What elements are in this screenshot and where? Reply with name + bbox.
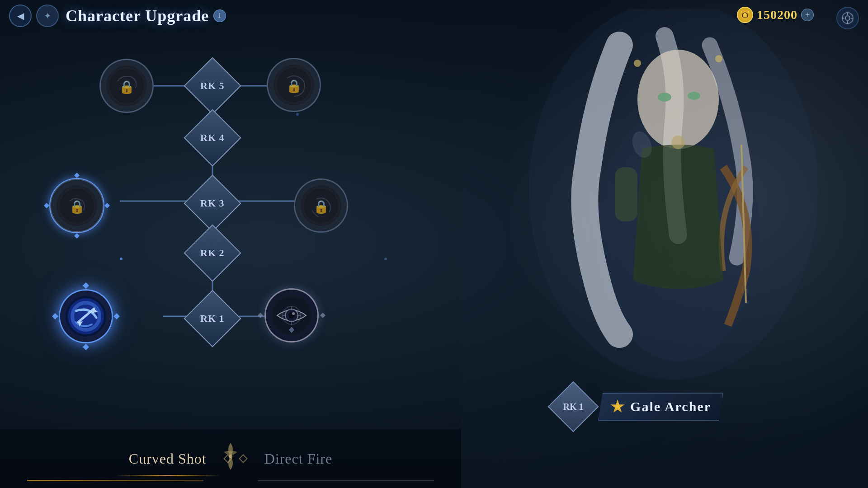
info-symbol: i xyxy=(219,12,221,19)
particle-3 xyxy=(384,258,387,260)
skill-top-right[interactable]: 🔒 xyxy=(267,58,321,112)
svg-point-2 xyxy=(637,50,719,149)
currency-symbol: ⬡ xyxy=(742,11,748,19)
rank-rk3: RK 3 xyxy=(184,174,241,232)
top-deco xyxy=(74,173,80,178)
tab-direct-fire[interactable]: Direct Fire xyxy=(251,446,346,472)
svg-text:🔒: 🔒 xyxy=(286,79,302,94)
particle-1 xyxy=(120,258,123,260)
skill-direct-fire[interactable] xyxy=(264,288,319,343)
curved-shot-bg xyxy=(66,296,106,337)
char-rank-label: RK 1 xyxy=(563,402,584,412)
right-mid-bg: 🔒 xyxy=(301,185,341,226)
page-title: Character Upgrade xyxy=(66,6,209,25)
rank-info: RK 1 xyxy=(555,389,591,425)
particle-2 xyxy=(296,113,299,116)
skill-left-mid[interactable]: 🔒 xyxy=(50,178,104,233)
node-deco-left xyxy=(52,313,58,319)
svg-point-7 xyxy=(671,136,685,149)
rank-rk1[interactable]: RK 1 xyxy=(184,290,241,347)
direct-fire-label: Direct Fire xyxy=(264,450,333,467)
currency-add-button[interactable]: + xyxy=(801,9,814,21)
right-deco xyxy=(104,203,110,208)
node-deco-right xyxy=(113,313,120,319)
character-rank-display: RK 1 Gale Archer xyxy=(555,389,723,425)
character-svg xyxy=(506,9,845,438)
top-left-bg: 🔒 xyxy=(106,66,147,106)
rk4-label: RK 4 xyxy=(200,132,225,144)
skill-top-left[interactable]: 🔒 xyxy=(99,59,154,113)
curved-shot-icon xyxy=(67,297,105,336)
locked-icon-top-right: 🔒 xyxy=(276,67,312,103)
svg-rect-6 xyxy=(615,167,637,221)
eye-icon xyxy=(273,296,311,335)
bottom-deco xyxy=(74,233,80,239)
tab-bar-active xyxy=(27,480,203,481)
currency-display: ⬡ 150200 + xyxy=(737,7,814,23)
locked-icon-top-left: 🔒 xyxy=(108,68,145,104)
ornament-svg xyxy=(219,443,242,470)
rank-rk4: RK 4 xyxy=(184,109,241,166)
tab-bar-inactive xyxy=(258,480,434,481)
rk3-label: RK 3 xyxy=(200,197,225,209)
nav-center-ornament xyxy=(219,443,242,470)
locked-icon-right-mid: 🔒 xyxy=(303,188,339,224)
class-icon: ✦ xyxy=(36,5,59,27)
character-name-box: Gale Archer xyxy=(598,393,723,421)
eye-deco-left xyxy=(258,313,263,318)
eye-node-bg xyxy=(271,295,312,336)
svg-point-12 xyxy=(845,16,850,20)
class-symbol: ✦ xyxy=(44,10,52,21)
svg-point-51 xyxy=(229,455,232,458)
skill-curved-shot[interactable] xyxy=(59,289,113,343)
rk1-label: RK 1 xyxy=(200,313,225,324)
svg-point-9 xyxy=(715,55,722,62)
currency-amount: 150200 xyxy=(757,8,797,22)
back-button[interactable]: ◀ xyxy=(9,5,32,27)
tab-curved-shot[interactable]: Curved Shot xyxy=(115,446,220,472)
rank-rk5: RK 5 xyxy=(184,57,241,114)
skill-tree-connectors xyxy=(36,27,443,443)
curved-shot-label: Curved Shot xyxy=(129,450,207,467)
skill-tree: RK 5 RK 4 RK 3 RK 2 RK 1 xyxy=(36,27,443,443)
settings-icon xyxy=(841,11,854,25)
char-name: Gale Archer xyxy=(630,399,711,414)
active-border xyxy=(49,178,104,233)
back-icon: ◀ xyxy=(17,10,24,21)
rk5-label: RK 5 xyxy=(200,80,225,92)
eye-deco-right xyxy=(320,313,326,318)
char-rank-diamond: RK 1 xyxy=(548,381,599,432)
character-figure xyxy=(506,9,845,438)
settings-button[interactable] xyxy=(836,7,859,29)
char-star-icon xyxy=(610,399,625,414)
svg-point-8 xyxy=(634,60,641,67)
bottom-navigation: Curved Shot Direct Fire xyxy=(0,429,461,488)
currency-icon: ⬡ xyxy=(737,7,753,23)
add-symbol: + xyxy=(805,10,810,20)
skill-right-mid[interactable]: 🔒 xyxy=(294,178,348,233)
svg-point-4 xyxy=(688,92,700,100)
svg-point-3 xyxy=(658,93,671,102)
svg-text:🔒: 🔒 xyxy=(119,80,135,94)
info-button[interactable]: i xyxy=(213,9,226,22)
node-deco-top xyxy=(83,282,89,289)
svg-text:🔒: 🔒 xyxy=(313,199,329,214)
top-right-bg: 🔒 xyxy=(274,65,314,105)
rank-rk2: RK 2 xyxy=(184,224,241,282)
left-deco xyxy=(44,203,49,208)
rk2-label: RK 2 xyxy=(200,247,225,259)
svg-point-36 xyxy=(292,312,295,315)
node-deco-bottom xyxy=(83,344,89,350)
